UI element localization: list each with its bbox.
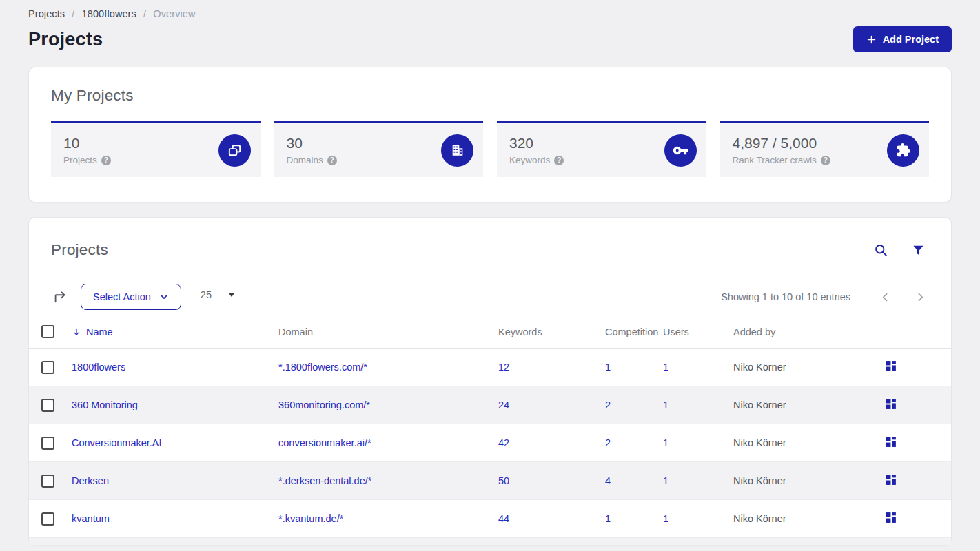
competition-count-link[interactable]: 2 — [605, 399, 611, 410]
breadcrumb: Projects / 1800flowers / Overview — [28, 8, 952, 19]
column-header-keywords[interactable]: Keywords — [498, 325, 605, 349]
rank-tracker-crawls-count: 4,897 / 5,000 — [733, 135, 830, 152]
stat-tile-domains: 30 Domains — [274, 121, 484, 177]
project-name-link[interactable]: kvantum — [72, 513, 110, 524]
rank-tracker-crawls-label: Rank Tracker crawls — [733, 155, 817, 165]
dashboard-grid-icon[interactable] — [870, 436, 897, 448]
domains-count-label: Domains — [287, 155, 323, 165]
keywords-count-link[interactable]: 50 — [498, 475, 509, 486]
added-by-text: Niko Körner — [733, 437, 786, 448]
key-icon — [664, 134, 697, 167]
project-name-link[interactable]: 360 Monitoring — [72, 399, 138, 410]
corner-up-right-icon[interactable] — [51, 288, 69, 306]
projects-count: 10 — [63, 135, 111, 152]
table-row-partial — [29, 538, 951, 545]
showing-entries-text: Showing 1 to 10 of 10 entries — [721, 291, 850, 302]
users-count-link[interactable]: 1 — [663, 513, 668, 524]
add-project-label: Add Project — [883, 34, 939, 45]
chevron-right-icon[interactable] — [913, 290, 928, 304]
keywords-count-link[interactable]: 44 — [498, 513, 509, 524]
table-row: 360 Monitoring 360monitoring.com/* 24 2 … — [29, 386, 951, 424]
projects-panel-title: Projects — [51, 241, 108, 259]
search-icon[interactable] — [872, 242, 890, 259]
users-count-link[interactable]: 1 — [663, 362, 668, 373]
project-domain-link[interactable]: conversionmaker.ai/* — [278, 437, 371, 448]
column-header-competition[interactable]: Competition — [605, 325, 663, 349]
row-checkbox[interactable] — [41, 361, 54, 374]
row-checkbox[interactable] — [41, 475, 54, 488]
breadcrumb-overview: Overview — [153, 8, 195, 19]
projects-table-card: Projects Se — [28, 217, 952, 545]
plus-icon — [866, 34, 877, 45]
dashboard-grid-icon[interactable] — [870, 512, 897, 523]
page-size-value: 25 — [201, 289, 212, 300]
keywords-count-link[interactable]: 42 — [498, 437, 509, 448]
my-projects-card: My Projects 10 Projects — [28, 67, 952, 202]
users-count-link[interactable]: 1 — [663, 475, 668, 486]
project-name-link[interactable]: Derksen — [72, 475, 109, 486]
puzzle-icon — [887, 134, 919, 167]
competition-count-link[interactable]: 1 — [605, 513, 611, 524]
add-project-button[interactable]: Add Project — [853, 26, 952, 52]
dashboard-grid-icon[interactable] — [870, 398, 897, 410]
help-icon[interactable] — [327, 156, 337, 165]
row-checkbox[interactable] — [41, 399, 54, 412]
page-size-select[interactable]: 25 — [198, 289, 236, 304]
stat-tile-keywords: 320 Keywords — [497, 121, 706, 177]
keywords-count-link[interactable]: 12 — [498, 362, 509, 373]
table-row: Conversionmaker.AI conversionmaker.ai/* … — [29, 424, 951, 462]
chevron-down-icon — [159, 292, 169, 302]
project-name-link[interactable]: 1800flowers — [72, 362, 125, 373]
help-icon[interactable] — [821, 156, 830, 165]
table-header-row: Name Domain Keywords Competition Users A… — [29, 325, 951, 349]
dashboard-grid-icon[interactable] — [870, 360, 897, 372]
my-projects-title: My Projects — [51, 87, 929, 105]
chevron-left-icon[interactable] — [878, 290, 892, 304]
column-header-users[interactable]: Users — [663, 325, 733, 349]
domains-count: 30 — [287, 135, 337, 152]
keywords-count: 320 — [509, 135, 564, 152]
breadcrumb-projects[interactable]: Projects — [28, 8, 65, 19]
competition-count-link[interactable]: 4 — [605, 475, 611, 486]
page: Projects / 1800flowers / Overview Projec… — [0, 0, 980, 545]
row-checkbox[interactable] — [41, 437, 54, 450]
projects-count-label: Projects — [63, 155, 97, 165]
project-domain-link[interactable]: *.derksen-dental.de/* — [278, 475, 371, 486]
table-row: 1800flowers *.1800flowers.com/* 12 1 1 N… — [29, 349, 951, 386]
table-action-row: Select Action 25 Showing 1 to 10 of 10 e… — [29, 284, 951, 310]
row-checkbox[interactable] — [41, 512, 54, 526]
table-row: Derksen *.derksen-dental.de/* 50 4 1 Nik… — [29, 462, 951, 500]
column-header-name[interactable]: Name — [72, 325, 278, 349]
sort-desc-icon — [72, 327, 81, 337]
added-by-text: Niko Körner — [733, 513, 786, 524]
building-icon — [441, 134, 473, 167]
keywords-count-label: Keywords — [509, 155, 550, 165]
help-icon[interactable] — [101, 156, 111, 165]
column-header-actions — [870, 325, 951, 349]
users-count-link[interactable]: 1 — [663, 437, 668, 448]
competition-count-link[interactable]: 1 — [605, 362, 611, 373]
dashboard-grid-icon[interactable] — [870, 474, 897, 486]
added-by-text: Niko Körner — [733, 399, 786, 410]
help-icon[interactable] — [554, 156, 564, 165]
stats-grid: 10 Projects 30 Domain — [51, 121, 929, 177]
column-header-added-by[interactable]: Added by — [733, 325, 870, 349]
competition-count-link[interactable]: 2 — [605, 437, 611, 448]
filter-icon[interactable] — [910, 242, 926, 258]
stat-tile-projects: 10 Projects — [51, 121, 261, 177]
column-header-domain[interactable]: Domain — [278, 325, 498, 349]
projects-copy-icon — [218, 134, 251, 167]
project-name-link[interactable]: Conversionmaker.AI — [72, 437, 162, 448]
breadcrumb-separator: / — [72, 8, 74, 19]
breadcrumb-1800flowers[interactable]: 1800flowers — [82, 8, 136, 19]
select-action-dropdown[interactable]: Select Action — [81, 284, 181, 310]
project-domain-link[interactable]: *.1800flowers.com/* — [278, 362, 367, 373]
caret-down-icon — [229, 293, 234, 297]
keywords-count-link[interactable]: 24 — [498, 399, 509, 410]
project-domain-link[interactable]: 360monitoring.com/* — [278, 399, 370, 410]
table-row: kvantum *.kvantum.de/* 44 1 1 Niko Körne… — [29, 500, 951, 538]
project-domain-link[interactable]: *.kvantum.de/* — [278, 513, 343, 524]
users-count-link[interactable]: 1 — [663, 399, 668, 410]
select-all-checkbox[interactable] — [41, 325, 54, 338]
added-by-text: Niko Körner — [733, 475, 786, 486]
